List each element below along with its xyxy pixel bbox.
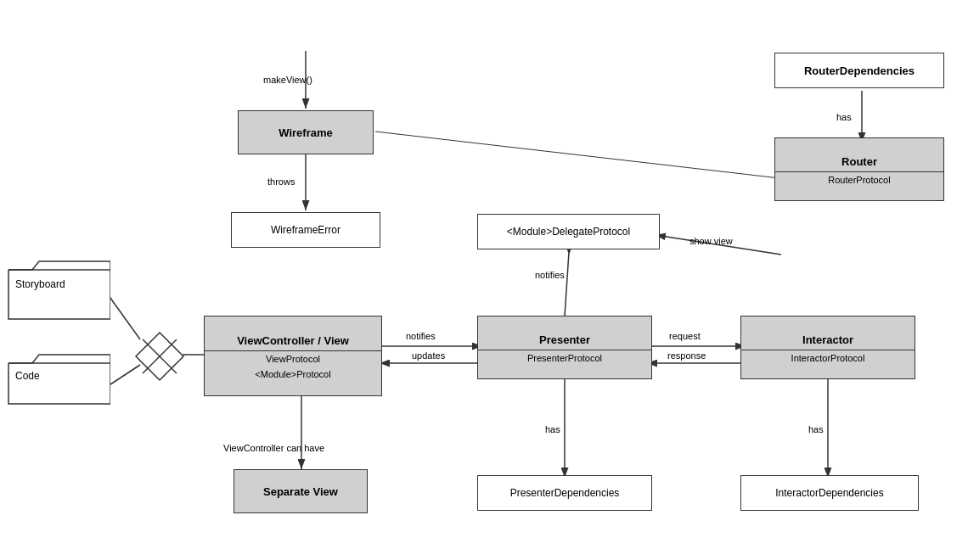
separateview-box: Separate View: [234, 469, 368, 513]
makerview-label2: makeView(): [263, 75, 312, 85]
notifies-top2: notifies: [535, 270, 565, 280]
presenterdeps-box: PresenterDependencies: [477, 475, 652, 511]
diamond-shape: [134, 331, 185, 382]
has-presenter2: has: [545, 424, 560, 434]
svg-line-16: [375, 132, 779, 178]
diagram: Wireframe WireframeError <Module>Delegat…: [0, 0, 968, 560]
storyboard-folder: Storyboard: [7, 255, 110, 321]
viewcontroller-box: ViewController / View ViewProtocol <Modu…: [204, 316, 382, 396]
router-box: Router RouterProtocol: [774, 137, 944, 201]
wireframe-box: Wireframe: [238, 110, 374, 154]
viewprotocol-label: ViewProtocol: [205, 350, 381, 367]
interactordeps-box: InteractorDependencies: [740, 475, 919, 511]
code-folder: Code: [7, 348, 110, 406]
routerdeps-box: RouterDependencies: [774, 53, 944, 88]
interactordeps-label: InteractorDependencies: [770, 484, 888, 502]
presenter-box: Presenter PresenterProtocol: [477, 316, 652, 379]
presenterprotocol-label: PresenterProtocol: [478, 350, 651, 366]
separateview-label: Separate View: [258, 482, 343, 501]
moduleprotocol-label: <Module>Protocol: [205, 367, 381, 382]
vc-can-have2: ViewController can have: [223, 443, 324, 453]
wireframeerror-label: WireframeError: [266, 221, 346, 239]
throws-label2: throws: [267, 176, 295, 187]
has-interactor2: has: [808, 424, 824, 434]
wireframe-label: Wireframe: [273, 123, 337, 143]
delegateprotocol-label: <Module>DelegateProtocol: [502, 222, 635, 241]
viewcontroller-label: ViewController / View: [232, 331, 354, 350]
request2: request: [669, 331, 701, 341]
presenter-label: Presenter: [534, 330, 595, 350]
updates2: updates: [412, 350, 445, 361]
routerdeps-label: RouterDependencies: [799, 61, 920, 81]
wireframeerror-box: WireframeError: [231, 212, 380, 248]
code-label: Code: [15, 370, 40, 382]
delegateprotocol-box: <Module>DelegateProtocol: [477, 214, 660, 249]
interactorprotocol-label: InteractorProtocol: [741, 350, 915, 366]
storyboard-label: Storyboard: [15, 278, 65, 290]
has-router-label2: has: [836, 112, 852, 122]
svg-line-4: [565, 252, 569, 316]
router-label: Router: [836, 152, 882, 171]
router-sublabel: RouterProtocol: [775, 171, 943, 188]
interactor-label: Interactor: [797, 330, 858, 350]
response2: response: [667, 350, 706, 361]
showview2: show view: [689, 236, 733, 246]
presenterdeps-label: PresenterDependencies: [505, 484, 625, 502]
notifies2: notifies: [406, 331, 436, 341]
interactor-box: Interactor InteractorProtocol: [740, 316, 915, 379]
